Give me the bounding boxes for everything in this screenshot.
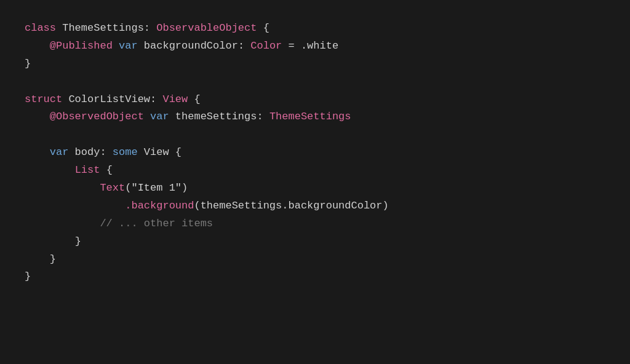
code-line: @Published var backgroundColor: Color = … xyxy=(25,38,605,55)
code-line: var body: some View { xyxy=(25,144,605,162)
code-token xyxy=(144,108,150,126)
indent xyxy=(25,197,125,215)
code-token: // ... other items xyxy=(100,215,213,233)
code-line: } xyxy=(25,233,605,251)
code-token: @ObservedObject xyxy=(50,108,144,126)
code-token: body: xyxy=(68,144,112,162)
code-token: { xyxy=(188,91,200,109)
code-line: class ThemeSettings: ObservableObject { xyxy=(25,20,605,38)
code-line: } xyxy=(25,268,605,286)
indent xyxy=(25,251,50,269)
code-token: { xyxy=(257,20,269,38)
indent xyxy=(25,180,100,197)
code-token: ObservableObject xyxy=(156,20,257,38)
code-token: class xyxy=(25,20,56,38)
code-line: } xyxy=(25,55,605,73)
code-token: themeSettings: xyxy=(169,108,269,126)
code-line xyxy=(25,126,605,144)
code-token: some xyxy=(113,144,138,162)
code-line: } xyxy=(25,251,605,269)
code-token: Color xyxy=(250,38,282,55)
code-line: // ... other items xyxy=(25,215,605,233)
indent xyxy=(25,162,75,180)
code-line: List { xyxy=(25,162,605,180)
code-token xyxy=(113,38,119,55)
code-token: @Published xyxy=(50,38,113,55)
code-token: struct xyxy=(25,91,62,109)
code-token: View { xyxy=(138,144,181,162)
code-line: @ObservedObject var themeSettings: Theme… xyxy=(25,108,605,126)
code-token: var xyxy=(50,144,69,162)
code-token: Text xyxy=(100,180,125,197)
code-token: { xyxy=(100,162,112,180)
code-token: = .white xyxy=(282,38,338,55)
code-token: } xyxy=(50,251,56,269)
code-token: } xyxy=(25,55,31,73)
code-line: Text("Item 1") xyxy=(25,180,605,197)
code-token: View xyxy=(162,91,188,109)
code-line xyxy=(25,73,605,91)
code-token: List xyxy=(75,162,100,180)
indent xyxy=(25,215,100,233)
code-token: var xyxy=(119,38,138,55)
code-token: (themeSettings.backgroundColor) xyxy=(194,197,388,215)
code-token: ColorListView: xyxy=(62,91,162,109)
code-token: } xyxy=(25,268,31,286)
code-editor: class ThemeSettings: ObservableObject { … xyxy=(0,0,630,364)
code-line: .background(themeSettings.backgroundColo… xyxy=(25,197,605,215)
code-token: ThemeSettings xyxy=(269,108,351,126)
code-token: ThemeSettings: xyxy=(56,20,156,38)
code-block: class ThemeSettings: ObservableObject { … xyxy=(25,20,605,286)
code-token: backgroundColor: xyxy=(138,38,251,55)
code-token: var xyxy=(150,108,169,126)
code-token: .background xyxy=(125,197,194,215)
indent xyxy=(25,233,75,251)
indent xyxy=(25,38,50,55)
indent xyxy=(25,108,50,126)
code-token: ("Item 1") xyxy=(125,180,188,197)
code-line: struct ColorListView: View { xyxy=(25,91,605,109)
indent xyxy=(25,144,50,162)
code-token: } xyxy=(75,233,81,251)
